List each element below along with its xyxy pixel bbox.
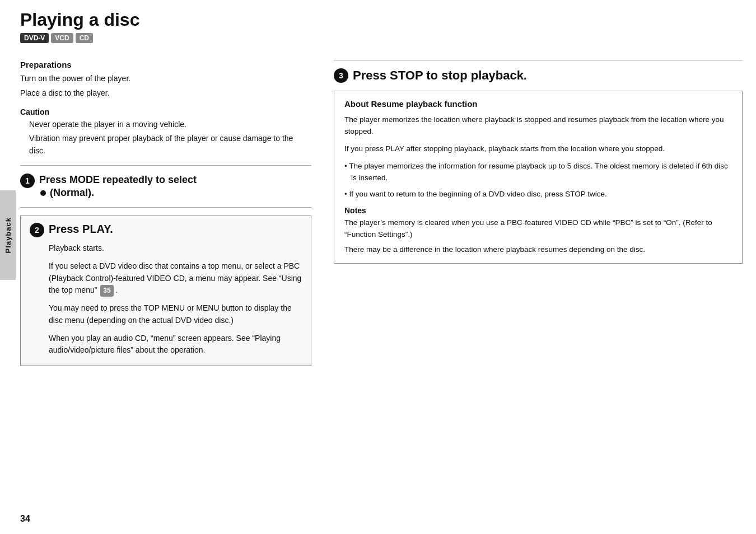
right-column: 3 Press STOP to stop playback. About Res…: [334, 60, 743, 366]
step2-body2: If you select a DVD video disc that cont…: [30, 260, 302, 297]
divider-right-top: [334, 60, 743, 60]
caution-label: Caution: [20, 107, 311, 116]
step1-text-part1: Press MODE repeatedly to select: [39, 174, 197, 185]
disc-badges: DVD-V VCD CD: [20, 33, 743, 43]
notes-label: Notes: [344, 206, 732, 215]
badge-dvd: DVD-V: [20, 33, 49, 43]
badge-vcd: VCD: [51, 33, 73, 43]
step3-title: Press STOP to stop playback.: [353, 68, 527, 83]
preparations-section: Preparations Turn on the power of the pl…: [20, 60, 311, 99]
step1-title: Press MODE repeatedly to select (Normal)…: [39, 174, 197, 200]
left-column: Preparations Turn on the power of the pl…: [20, 60, 311, 366]
sidebar-label-text: Playback: [4, 217, 12, 253]
page-number: 34: [20, 514, 30, 524]
step2-body1: Playback starts.: [30, 242, 302, 255]
badge-cd: CD: [76, 33, 93, 43]
step2-body3: You may need to press the TOP MENU or ME…: [30, 302, 302, 326]
notes-text2: There may be a difference in the locatio…: [344, 244, 732, 256]
resume-para2: If you press PLAY after stopping playbac…: [344, 143, 732, 155]
notes-text1: The player’s memory is cleared when you …: [344, 217, 732, 241]
step3-section: 3 Press STOP to stop playback.: [334, 68, 743, 83]
page-header: Playing a disc DVD-V VCD CD: [20, 10, 743, 43]
preparations-line1: Turn on the power of the player.: [20, 73, 311, 85]
step2-title: Press PLAY.: [49, 223, 113, 236]
step2-body2-part1: If you select a DVD video disc that cont…: [49, 261, 301, 294]
page-title: Playing a disc: [20, 10, 743, 30]
step1-text-part2: (Normal).: [50, 187, 94, 198]
caution-line2: Vibration may prevent proper playback of…: [20, 133, 311, 157]
divider-2: [20, 207, 311, 208]
resume-heading: About Resume playback function: [344, 99, 732, 109]
divider-1: [20, 165, 311, 166]
step2-body2-part2: .: [116, 285, 118, 294]
resume-para1: The player memorizes the location where …: [344, 114, 732, 138]
resume-box: About Resume playback function The playe…: [334, 91, 743, 264]
preparations-heading: Preparations: [20, 60, 311, 69]
page-ref-35: 35: [100, 285, 113, 297]
preparations-line2: Place a disc to the player.: [20, 87, 311, 100]
sidebar-playback-label: Playback: [0, 190, 16, 280]
resume-bullet1: • The player memorizes the information f…: [344, 161, 732, 184]
caution-line1: Never operate the player in a moving veh…: [20, 119, 311, 131]
caution-section: Caution Never operate the player in a mo…: [20, 107, 311, 157]
step3-circle: 3: [334, 68, 348, 83]
step1-section: 1 Press MODE repeatedly to select (Norma…: [20, 174, 311, 200]
step2-row: 2 Press PLAY.: [30, 223, 302, 240]
resume-bullet2: • If you want to return to the beginning…: [344, 189, 732, 200]
step2-circle: 2: [30, 223, 44, 237]
step2-body4: When you play an audio CD, “menu” screen…: [30, 332, 302, 357]
step1-circle: 1: [20, 174, 35, 188]
step1-row: 1 Press MODE repeatedly to select (Norma…: [20, 174, 311, 200]
step2-section: 2 Press PLAY. Playback starts. If you se…: [20, 216, 311, 366]
bullet-dot-icon: [40, 190, 46, 196]
